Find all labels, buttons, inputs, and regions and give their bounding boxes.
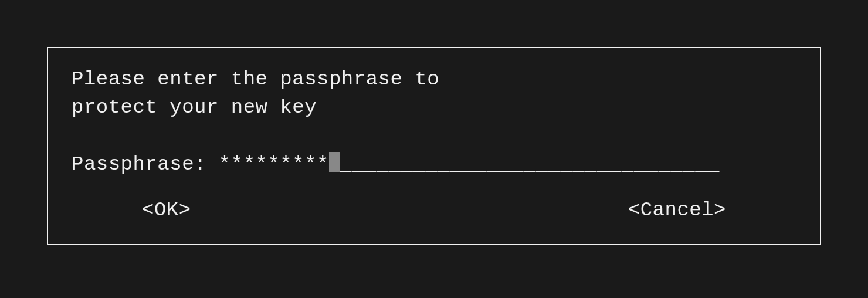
input-underline: _______________________________ bbox=[340, 153, 720, 175]
ok-button[interactable]: <OK> bbox=[142, 199, 191, 221]
prompt-line-1: Please enter the passphrase to bbox=[72, 68, 439, 90]
passphrase-input[interactable]: ********* bbox=[219, 153, 329, 175]
button-row: <OK> <Cancel> bbox=[72, 199, 796, 221]
passphrase-label: Passphrase: bbox=[72, 153, 219, 175]
text-cursor-icon bbox=[329, 152, 340, 172]
cancel-button[interactable]: <Cancel> bbox=[628, 199, 726, 221]
passphrase-dialog: Please enter the passphrase to protect y… bbox=[47, 47, 821, 245]
passphrase-input-line[interactable]: Passphrase: *********___________________… bbox=[72, 150, 796, 175]
prompt-line-2: protect your new key bbox=[72, 96, 317, 118]
prompt-text: Please enter the passphrase to protect y… bbox=[72, 66, 796, 121]
